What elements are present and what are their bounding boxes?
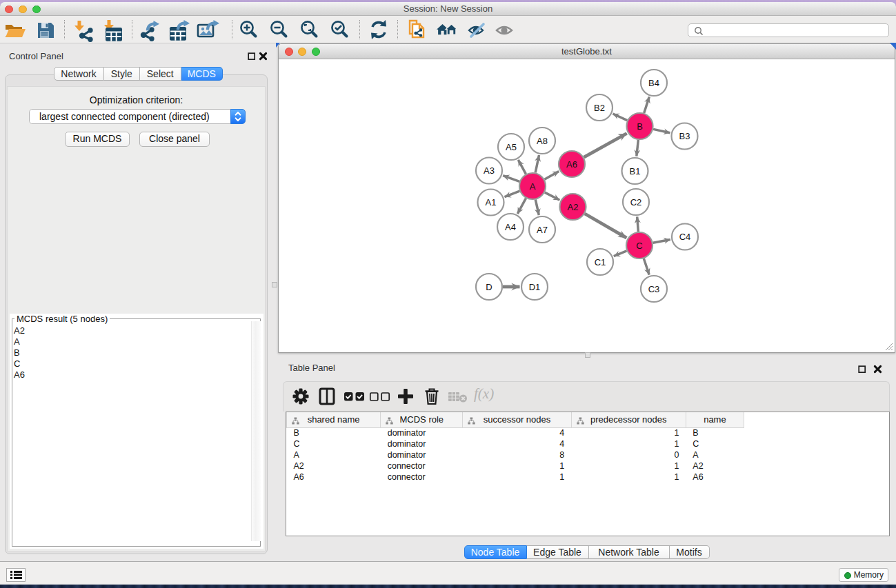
svg-text:B2: B2 (594, 103, 605, 113)
svg-text:B: B (637, 121, 643, 132)
svg-text:D1: D1 (529, 282, 541, 292)
svg-text:C4: C4 (679, 232, 691, 242)
svg-text:C1: C1 (595, 257, 606, 267)
svg-text:B3: B3 (679, 131, 690, 141)
svg-text:A8: A8 (537, 136, 548, 146)
svg-text:C: C (636, 241, 642, 251)
svg-text:A5: A5 (506, 142, 517, 152)
svg-text:B4: B4 (648, 78, 659, 88)
svg-text:C3: C3 (648, 284, 660, 294)
svg-text:A3: A3 (484, 165, 495, 176)
svg-text:C2: C2 (630, 197, 642, 207)
svg-text:A4: A4 (505, 222, 516, 232)
svg-text:A6: A6 (566, 159, 577, 170)
svg-text:B1: B1 (630, 166, 641, 176)
svg-text:A7: A7 (537, 225, 548, 235)
svg-text:A2: A2 (568, 202, 579, 212)
svg-text:D: D (486, 282, 492, 292)
svg-text:A: A (530, 181, 536, 192)
svg-text:A1: A1 (486, 197, 497, 207)
